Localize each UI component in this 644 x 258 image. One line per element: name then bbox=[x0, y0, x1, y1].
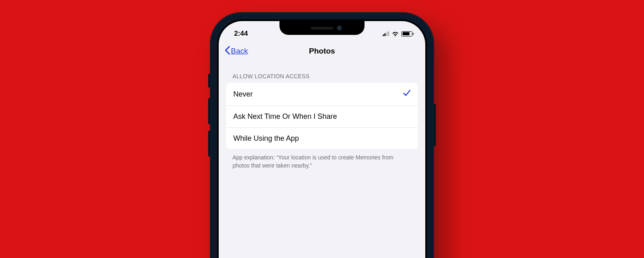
navigation-bar: Back Photos bbox=[219, 41, 425, 61]
phone-bezel: 2:44 bbox=[217, 19, 427, 258]
cellular-signal-icon bbox=[383, 31, 390, 36]
option-ask-next-time[interactable]: Ask Next Time Or When I Share bbox=[226, 105, 418, 127]
front-camera bbox=[337, 26, 342, 30]
speaker-grille bbox=[311, 27, 333, 30]
section-footer: App explanation: “Your location is used … bbox=[226, 149, 418, 170]
wifi-icon bbox=[392, 31, 399, 37]
option-label: Never bbox=[233, 90, 253, 99]
volume-up-button[interactable] bbox=[208, 98, 210, 124]
notch bbox=[279, 21, 365, 35]
phone-frame: 2:44 bbox=[210, 12, 434, 258]
page-title: Photos bbox=[309, 47, 335, 56]
chevron-left-icon bbox=[224, 45, 230, 57]
status-time: 2:44 bbox=[234, 30, 275, 38]
battery-icon bbox=[401, 31, 412, 37]
power-button[interactable] bbox=[434, 104, 436, 146]
content: ALLOW LOCATION ACCESS Never Ask Next Tim… bbox=[219, 61, 425, 170]
screen: 2:44 bbox=[219, 21, 425, 258]
option-label: Ask Next Time Or When I Share bbox=[233, 112, 337, 121]
option-label: While Using the App bbox=[233, 134, 299, 143]
option-while-using[interactable]: While Using the App bbox=[226, 127, 418, 149]
back-label: Back bbox=[231, 47, 248, 56]
section-header: ALLOW LOCATION ACCESS bbox=[226, 73, 418, 83]
back-button[interactable]: Back bbox=[224, 45, 248, 57]
checkmark-icon bbox=[403, 89, 411, 99]
silent-switch[interactable] bbox=[208, 74, 210, 88]
location-access-list: Never Ask Next Time Or When I Share Whil… bbox=[226, 83, 418, 149]
volume-down-button[interactable] bbox=[208, 131, 210, 157]
option-never[interactable]: Never bbox=[226, 83, 418, 105]
